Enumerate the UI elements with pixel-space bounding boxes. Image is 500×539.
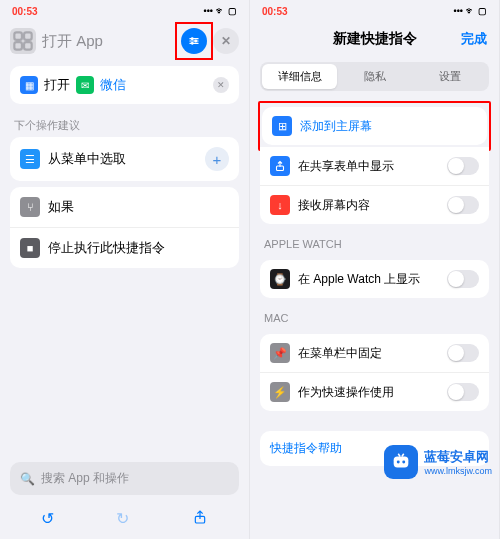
- svg-rect-0: [14, 32, 22, 40]
- svg-point-9: [191, 42, 193, 44]
- status-indicators: ••• ᯤ ▢: [204, 6, 237, 16]
- suggestion-label: 如果: [48, 198, 74, 216]
- add-to-home-screen[interactable]: ⊞ 添加到主屏幕: [262, 107, 487, 145]
- left-title: 打开 App: [42, 32, 175, 51]
- show-on-apple-watch[interactable]: ⌚ 在 Apple Watch 上显示: [260, 260, 489, 298]
- search-icon: 🔍: [20, 472, 35, 486]
- svg-rect-2: [14, 42, 22, 50]
- wechat-icon: ✉: [76, 76, 94, 94]
- apple-watch-header: APPLE WATCH: [250, 230, 499, 254]
- done-button[interactable]: 完成: [461, 30, 487, 48]
- share-button[interactable]: [192, 509, 208, 529]
- add-suggestion-button[interactable]: +: [205, 147, 229, 171]
- app-name: 微信: [100, 76, 126, 94]
- suggestion-label: 从菜单中选取: [48, 150, 126, 168]
- search-field[interactable]: 🔍 搜索 App 和操作: [10, 462, 239, 495]
- tab-settings[interactable]: 设置: [412, 64, 487, 89]
- pin-in-menubar[interactable]: 📌 在菜单栏中固定: [260, 334, 489, 373]
- pin-icon: 📌: [270, 343, 290, 363]
- details-button[interactable]: [181, 28, 207, 54]
- if-icon: ⑂: [20, 197, 40, 217]
- watch-icon: ⌚: [270, 269, 290, 289]
- plus-icon: ⊞: [272, 116, 292, 136]
- share-icon: [270, 156, 290, 176]
- segmented-control[interactable]: 详细信息 隐私 设置: [260, 62, 489, 91]
- undo-button[interactable]: ↺: [41, 509, 54, 529]
- svg-rect-1: [24, 32, 32, 40]
- status-indicators: ••• ᯤ ▢: [454, 6, 487, 16]
- shortcuts-app-icon: [10, 28, 36, 54]
- watermark-icon: [384, 445, 418, 479]
- row-label: 在共享表单中显示: [298, 158, 394, 175]
- suggestion-label: 停止执行此快捷指令: [48, 239, 165, 257]
- right-title: 新建快捷指令: [333, 30, 417, 48]
- row-label: 添加到主屏幕: [300, 118, 372, 135]
- row-label: 在 Apple Watch 上显示: [298, 271, 420, 288]
- highlight-box-2: ⊞ 添加到主屏幕: [258, 101, 491, 151]
- svg-rect-3: [24, 42, 32, 50]
- watermark: 蓝莓安卓网 www.lmksjw.com: [384, 445, 492, 479]
- redo-button[interactable]: ↻: [116, 509, 129, 529]
- svg-point-13: [397, 461, 400, 464]
- status-bar: 00:53 ••• ᯤ ▢: [0, 0, 249, 22]
- tab-details[interactable]: 详细信息: [262, 64, 337, 89]
- use-as-quick-action[interactable]: ⚡ 作为快速操作使用: [260, 373, 489, 411]
- share-sheet-toggle[interactable]: [447, 157, 479, 175]
- pin-toggle[interactable]: [447, 344, 479, 362]
- mac-header: MAC: [250, 304, 499, 328]
- stop-icon: ■: [20, 238, 40, 258]
- svg-point-14: [403, 461, 406, 464]
- right-header: 新建快捷指令 完成: [250, 22, 499, 56]
- svg-point-7: [191, 38, 193, 40]
- search-placeholder: 搜索 App 和操作: [41, 470, 129, 487]
- svg-line-16: [402, 454, 404, 457]
- status-bar: 00:53 ••• ᯤ ▢: [250, 0, 499, 22]
- tab-privacy[interactable]: 隐私: [337, 64, 412, 89]
- suggestions-header: 下个操作建议: [0, 110, 249, 137]
- watermark-url: www.lmksjw.com: [424, 466, 492, 476]
- watermark-title: 蓝莓安卓网: [424, 448, 492, 466]
- left-header: 打开 App ✕: [0, 22, 249, 60]
- close-button[interactable]: ✕: [213, 28, 239, 54]
- receive-toggle[interactable]: [447, 196, 479, 214]
- clear-action-button[interactable]: ✕: [213, 77, 229, 93]
- receive-screen-content[interactable]: ↓ 接收屏幕内容: [260, 186, 489, 224]
- bottom-toolbar: ↺ ↻: [0, 501, 249, 539]
- quick-action-toggle[interactable]: [447, 383, 479, 401]
- open-label: 打开: [44, 76, 70, 94]
- watch-toggle[interactable]: [447, 270, 479, 288]
- row-label: 作为快速操作使用: [298, 384, 394, 401]
- svg-point-8: [195, 40, 197, 42]
- svg-line-15: [399, 454, 401, 457]
- menu-icon: ☰: [20, 149, 40, 169]
- open-app-action-card[interactable]: ▦ 打开 ✉ 微信 ✕: [10, 66, 239, 104]
- status-time: 00:53: [12, 6, 38, 17]
- receive-icon: ↓: [270, 195, 290, 215]
- row-label: 接收屏幕内容: [298, 197, 370, 214]
- row-label: 在菜单栏中固定: [298, 345, 382, 362]
- suggestion-menu-select[interactable]: ☰ 从菜单中选取 +: [10, 137, 239, 181]
- open-app-icon: ▦: [20, 76, 38, 94]
- suggestion-stop[interactable]: ■ 停止执行此快捷指令: [10, 228, 239, 268]
- status-time: 00:53: [262, 6, 288, 17]
- suggestion-if[interactable]: ⑂ 如果: [10, 187, 239, 228]
- quick-action-icon: ⚡: [270, 382, 290, 402]
- svg-rect-12: [394, 457, 409, 468]
- show-in-share-sheet[interactable]: 在共享表单中显示: [260, 147, 489, 186]
- help-label: 快捷指令帮助: [270, 440, 342, 457]
